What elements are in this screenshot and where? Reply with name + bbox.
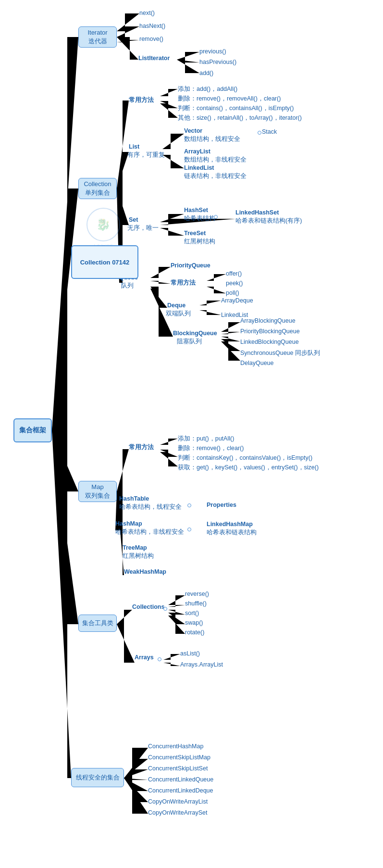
map-put-desc: 添加：put()，putAll() <box>178 435 234 443</box>
concurrent-label: 线程安全的集合 <box>76 773 120 782</box>
main-node-label: 集合框架 <box>19 426 46 435</box>
treemap-node: TreeMap <box>123 544 147 551</box>
hashset-node: HashSet <box>184 207 208 214</box>
list-desc: 有序，可重复 <box>127 151 165 159</box>
add-method-desc: 添加：add()，addAll() <box>178 85 237 93</box>
treeset-desc: 红黑树结构 <box>184 238 215 246</box>
linkedhashmap-node: LinkedHashMap <box>207 521 253 528</box>
concurrenthashmap-node: ConcurrentHashMap <box>148 743 203 750</box>
collection-id-text: Collection 07142 <box>80 259 130 266</box>
collection-node: Collection单列集合 <box>78 178 117 199</box>
iterator-label: Iterator迭代器 <box>87 28 107 46</box>
concurrentlinkedqueue-node: ConcurrentLinkedQueue <box>148 776 213 783</box>
hashmap-circle <box>187 528 191 531</box>
properties-node: Properties <box>207 502 236 508</box>
concurrent-node: 线程安全的集合 <box>71 768 124 787</box>
rotate-method: rotate() <box>185 629 204 636</box>
arrays-node: Arrays <box>135 654 154 661</box>
iterator-node: Iterator迭代器 <box>78 26 117 48</box>
hasnext-method: hasNext() <box>139 23 165 29</box>
linkedhashset-desc: 哈希表和链表结构(有序) <box>235 217 302 225</box>
hashmap-desc: 哈希表结构，非线程安全 <box>115 528 184 536</box>
arrays-arraylist-node: Arrays.ArrayList <box>180 661 223 668</box>
deque-node: Deque <box>167 302 185 309</box>
treemap-desc: 红黑树结构 <box>123 552 154 560</box>
stack-node: Stack <box>262 128 277 135</box>
priorityqueue-node: PriorityQueue <box>171 262 210 269</box>
peek-method: peek() <box>226 280 243 287</box>
hashtable-desc: 哈希表结构，线程安全 <box>119 503 182 511</box>
queue-common-methods-label: 常用方法 <box>171 279 196 287</box>
map-contains-desc: 判断：containsKey()，containsValue()，isEmpty… <box>178 454 312 462</box>
poll-method: poll() <box>226 289 239 296</box>
map-remove-desc: 删除：remove()，clear() <box>178 444 244 453</box>
next-method: next() <box>139 10 155 16</box>
copyonwritearrayset-node: CopyOnWriteArraySet <box>148 809 207 816</box>
collection-common-methods-label: 常用方法 <box>129 96 154 104</box>
concurrentskiplistmap-node: ConcurrentSkipListMap <box>148 754 210 761</box>
previous-method: previous() <box>199 48 226 55</box>
offer-method: offer() <box>226 270 242 277</box>
hashset-desc: 哈希表结构 <box>184 214 215 223</box>
contains-method-desc: 判断：contains()，containsAll()，isEmpty() <box>178 104 294 113</box>
deque-desc: 双端队列 <box>166 310 191 318</box>
map-node: Map双列集合 <box>78 481 117 502</box>
weakhashmap-node: WeakHashMap <box>124 568 166 575</box>
sort-method: sort() <box>185 610 199 616</box>
vector-stack-circle <box>258 131 261 135</box>
delayqueue-node: DelayQueue <box>240 360 274 366</box>
add-method: add() <box>199 70 213 76</box>
queue-desc: 队列 <box>121 282 134 290</box>
linkedlist-desc: 链表结构，非线程安全 <box>184 172 247 180</box>
map-get-desc: 获取：get()，keySet()，values()，entrySet()，si… <box>178 464 319 472</box>
treeset-node: TreeSet <box>184 230 206 237</box>
collection-badge: Collection 07142 <box>71 245 138 279</box>
priorityblockingqueue-node: PriorityBlockingQueue <box>240 328 300 335</box>
copyonwritearraylist-node: CopyOnWriteArrayList <box>148 798 208 805</box>
vector-node: Vector <box>184 127 202 134</box>
collection-label: Collection单列集合 <box>84 180 111 197</box>
tool-node: 集合工具类 <box>78 615 117 632</box>
blockingqueue-desc: 阻塞队列 <box>177 338 202 346</box>
size-method-desc: 其他：size()，retainAll()，toArray()，iterator… <box>178 114 302 122</box>
concurrentskiplistset-node: ConcurrentSkipListSet <box>148 765 208 772</box>
arrayblockingqueue-node: ArrayBlockingQueue <box>240 317 296 324</box>
map-common-methods-label: 常用方法 <box>129 443 154 452</box>
remove-method-desc: 删除：remove()，removeAll()，clear() <box>178 95 281 103</box>
synchronousqueue-node: SynchronousQueue 同步队列 <box>240 349 320 357</box>
tool-label: 集合工具类 <box>82 619 113 628</box>
hashtable-circle <box>187 503 191 507</box>
arraylist-node: ArrayList <box>184 148 210 155</box>
reverse-method: reverse() <box>185 591 209 597</box>
blockingqueue-node: BlockingQueue <box>173 330 217 337</box>
map-label: Map双列集合 <box>85 483 110 500</box>
collections-circle <box>163 607 167 611</box>
hashmap-node: HashMap <box>115 520 142 527</box>
linkedhashset-node: LinkedHashSet <box>235 209 279 216</box>
list-node: List <box>129 143 139 150</box>
arraydeque-node: ArrayDeque <box>221 297 253 304</box>
listiterator-node: ListIterator <box>138 55 170 62</box>
collections-node: Collections <box>132 604 164 610</box>
mind-map: 集合框架 Iterator迭代器 next() hasNext() remove… <box>0 0 383 868</box>
linkedhashmap-desc: 哈希表和链表结构 <box>207 528 257 537</box>
hashtable-node: HashTable <box>119 495 149 502</box>
swap-method: swap() <box>185 619 203 626</box>
hasprevious-method: hasPrevious() <box>199 59 236 65</box>
linkedlist-node: LinkedList <box>184 164 214 171</box>
watermark-logo: 🐉 <box>86 208 120 241</box>
remove-method: remove() <box>139 36 163 42</box>
concurrentlinkeddeque-node: ConcurrentLinkedDeque <box>148 787 213 794</box>
main-node: 集合框架 <box>13 418 52 442</box>
vector-desc: 数组结构，线程安全 <box>184 135 240 143</box>
shuffle-method: shuffle() <box>185 600 207 607</box>
linkedblockingqueue-node: LinkedBlockingQueue <box>240 339 299 345</box>
arrays-circle <box>158 657 161 661</box>
arraylist-desc: 数组结构，非线程安全 <box>184 156 247 164</box>
aslist-method: asList() <box>180 650 200 657</box>
hashset-circle <box>214 215 218 219</box>
